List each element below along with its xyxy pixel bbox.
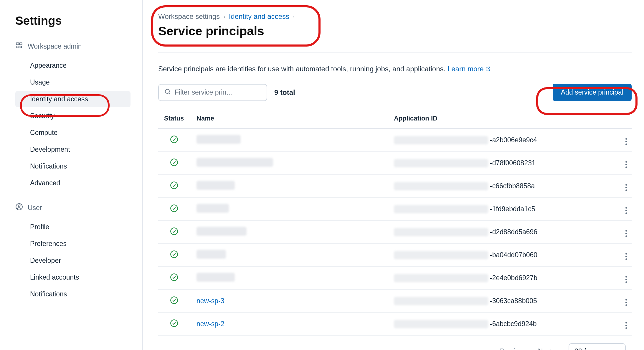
redacted-name (196, 204, 229, 213)
sidebar-item-security[interactable]: Security (15, 108, 131, 124)
service-principals-table: Status Name Application ID -a2b006e9e9c4… (158, 110, 632, 336)
sidebar-item-developer[interactable]: Developer (15, 252, 131, 269)
status-active-icon (170, 181, 178, 189)
redacted-appid-prefix (394, 320, 488, 328)
redacted-name (196, 273, 235, 282)
name-cell (194, 267, 391, 290)
svg-point-5 (18, 205, 20, 207)
chevron-down-icon (615, 347, 620, 350)
actions-cell (611, 244, 632, 267)
redacted-name (196, 227, 247, 236)
appid-cell: -3063ca88b005 (391, 290, 611, 313)
actions-cell (611, 198, 632, 221)
filter-placeholder: Filter service prin… (175, 88, 233, 96)
row-actions-menu-button[interactable] (624, 205, 629, 216)
learn-more-label: Learn more (448, 65, 484, 73)
filter-input[interactable]: Filter service prin… (158, 84, 267, 101)
row-actions-menu-button[interactable] (624, 251, 629, 262)
appid-suffix: -6abcbc9d924b (490, 320, 537, 328)
section-header-label: User (28, 204, 42, 212)
sidebar-item-label: Advanced (30, 179, 60, 187)
status-active-icon (170, 158, 178, 166)
service-principal-link[interactable]: new-sp-3 (196, 297, 224, 305)
table-row: -ba04dd07b060 (158, 244, 632, 267)
next-page-button[interactable]: Next › (538, 347, 557, 350)
sidebar-item-user-notifications[interactable]: Notifications (15, 286, 131, 302)
name-cell (194, 152, 391, 175)
svg-rect-1 (19, 43, 22, 45)
sidebar-item-identity-and-access[interactable]: Identity and access (15, 91, 131, 107)
table-row: new-sp-2-6abcbc9d924b (158, 313, 632, 336)
breadcrumb-root[interactable]: Workspace settings (158, 12, 220, 21)
column-header-appid[interactable]: Application ID (391, 110, 611, 128)
learn-more-link[interactable]: Learn more (448, 65, 491, 73)
row-actions-menu-button[interactable] (624, 182, 629, 193)
add-service-principal-button[interactable]: Add service principal (553, 84, 632, 101)
name-cell (194, 198, 391, 221)
actions-cell (611, 175, 632, 198)
status-cell (158, 244, 194, 267)
sidebar-item-preferences[interactable]: Preferences (15, 236, 131, 252)
appid-suffix: -3063ca88b005 (490, 297, 537, 305)
name-cell: new-sp-3 (194, 290, 391, 313)
table-row: -d2d88dd5a696 (158, 221, 632, 244)
row-actions-menu-button[interactable] (624, 320, 629, 331)
breadcrumb-identity-access[interactable]: Identity and access (229, 12, 289, 21)
sidebar-item-compute[interactable]: Compute (15, 125, 131, 141)
svg-point-10 (171, 182, 177, 189)
status-active-icon (170, 319, 178, 327)
section-header-workspace-admin: Workspace admin (15, 42, 131, 51)
appid-suffix: -2e4e0bd6927b (490, 274, 537, 282)
sidebar-item-profile[interactable]: Profile (15, 219, 131, 235)
column-header-name[interactable]: Name (194, 110, 391, 128)
chevron-right-icon: › (223, 13, 225, 20)
sidebar-item-development[interactable]: Development (15, 141, 131, 158)
status-cell (158, 175, 194, 198)
description-text: Service principals are identities for us… (158, 65, 445, 73)
table-row: -d78f00608231 (158, 152, 632, 175)
appid-cell: -6abcbc9d924b (391, 313, 611, 336)
svg-point-16 (171, 320, 177, 326)
name-cell (194, 175, 391, 198)
status-active-icon (170, 204, 178, 212)
column-header-status[interactable]: Status (158, 110, 194, 128)
page-size-select[interactable]: 20 / page (569, 343, 626, 350)
previous-page-button[interactable]: ‹ Previous (495, 347, 526, 350)
column-header-actions (611, 110, 632, 128)
svg-point-8 (171, 136, 177, 143)
section-header-label: Workspace admin (28, 42, 82, 50)
row-actions-menu-button[interactable] (624, 274, 629, 285)
redacted-appid-prefix (394, 297, 488, 305)
redacted-appid-prefix (394, 205, 488, 213)
row-actions-menu-button[interactable] (624, 159, 629, 170)
sidebar-item-usage[interactable]: Usage (15, 74, 131, 90)
status-cell (158, 290, 194, 313)
nav-list-user: Profile Preferences Developer Linked acc… (15, 219, 131, 302)
chevron-right-icon: › (555, 348, 557, 350)
appid-suffix: -d2d88dd5a696 (490, 228, 537, 236)
row-actions-menu-button[interactable] (624, 228, 629, 239)
status-active-icon (170, 296, 178, 304)
row-actions-menu-button[interactable] (624, 136, 629, 147)
sidebar-item-notifications[interactable]: Notifications (15, 158, 131, 174)
actions-cell (611, 128, 632, 152)
appid-cell: -a2b006e9e9c4 (391, 128, 611, 152)
status-cell (158, 313, 194, 336)
svg-point-6 (165, 89, 169, 93)
redacted-name (196, 158, 273, 167)
table-row: -1fd9ebdda1c5 (158, 198, 632, 221)
service-principal-link[interactable]: new-sp-2 (196, 320, 224, 328)
sidebar-item-advanced[interactable]: Advanced (15, 175, 131, 191)
sidebar-item-linked-accounts[interactable]: Linked accounts (15, 269, 131, 285)
actions-cell (611, 152, 632, 175)
workspace-admin-icon (15, 42, 23, 51)
sidebar-item-appearance[interactable]: Appearance (15, 57, 131, 74)
next-label: Next (538, 347, 552, 350)
row-actions-menu-button[interactable] (624, 297, 629, 308)
sidebar-item-label: Usage (30, 78, 49, 86)
search-icon (164, 88, 171, 97)
svg-point-15 (171, 297, 177, 303)
svg-rect-2 (16, 46, 19, 48)
description: Service principals are identities for us… (158, 65, 632, 74)
status-cell (158, 128, 194, 152)
